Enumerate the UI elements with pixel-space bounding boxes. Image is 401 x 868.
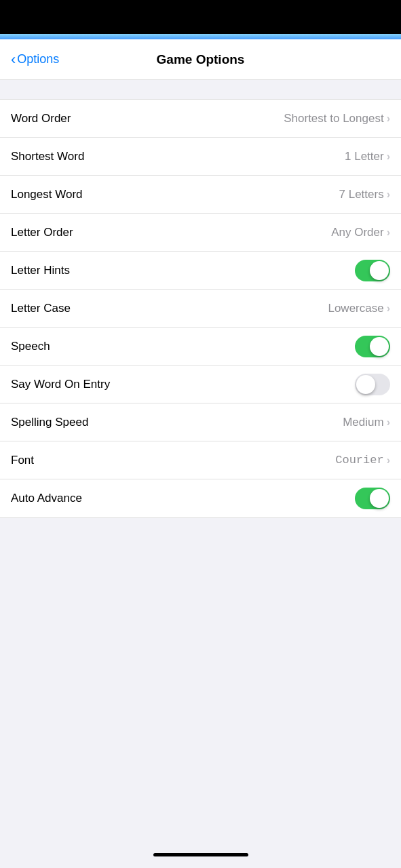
chevron-icon-letter-order: › xyxy=(387,226,390,239)
label-longest-word: Longest Word xyxy=(11,188,83,201)
label-say-word-on-entry: Say Word On Entry xyxy=(11,378,110,391)
value-letter-case: Lowercase xyxy=(328,302,383,315)
right-side-font: Courier› xyxy=(335,454,390,467)
label-auto-advance: Auto Advance xyxy=(11,492,82,505)
settings-row-letter-order[interactable]: Letter OrderAny Order› xyxy=(0,214,401,252)
right-side-shortest-word: 1 Letter› xyxy=(345,150,390,163)
chevron-icon-spelling-speed: › xyxy=(387,416,390,429)
settings-row-say-word-on-entry[interactable]: Say Word On Entry xyxy=(0,366,401,403)
toggle-say-word-on-entry[interactable] xyxy=(355,374,390,395)
toggle-knob-say-word-on-entry xyxy=(356,375,375,394)
label-letter-order: Letter Order xyxy=(11,226,73,239)
settings-row-speech[interactable]: Speech xyxy=(0,328,401,366)
chevron-icon-font: › xyxy=(387,454,390,467)
label-shortest-word: Shortest Word xyxy=(11,150,84,163)
toggle-letter-hints[interactable] xyxy=(355,260,390,281)
settings-row-letter-hints[interactable]: Letter Hints xyxy=(0,252,401,290)
right-side-word-order: Shortest to Longest› xyxy=(284,112,390,125)
settings-row-longest-word[interactable]: Longest Word7 Letters› xyxy=(0,176,401,214)
right-side-letter-case: Lowercase› xyxy=(328,302,390,315)
settings-group: Word OrderShortest to Longest›Shortest W… xyxy=(0,99,401,518)
bottom-area xyxy=(0,518,401,762)
value-font: Courier xyxy=(335,454,383,467)
toggle-knob-letter-hints xyxy=(370,261,389,280)
settings-row-word-order[interactable]: Word OrderShortest to Longest› xyxy=(0,100,401,138)
value-longest-word: 7 Letters xyxy=(339,188,384,201)
right-side-longest-word: 7 Letters› xyxy=(339,188,390,201)
label-word-order: Word Order xyxy=(11,112,71,125)
right-side-letter-hints xyxy=(355,260,390,281)
toggle-knob-speech xyxy=(370,337,389,356)
right-side-speech xyxy=(355,336,390,357)
home-indicator xyxy=(0,841,401,868)
nav-bar: ‹ Options Game Options xyxy=(0,39,401,80)
value-word-order: Shortest to Longest xyxy=(284,112,383,125)
back-button[interactable]: ‹ Options xyxy=(11,52,59,67)
back-chevron-icon: ‹ xyxy=(11,52,16,67)
top-spacer xyxy=(0,80,401,99)
home-bar xyxy=(153,853,248,856)
right-side-auto-advance xyxy=(355,488,390,509)
chevron-icon-letter-case: › xyxy=(387,302,390,315)
value-letter-order: Any Order xyxy=(331,226,383,239)
label-letter-hints: Letter Hints xyxy=(11,264,70,277)
toggle-speech[interactable] xyxy=(355,336,390,357)
label-spelling-speed: Spelling Speed xyxy=(11,416,88,429)
value-spelling-speed: Medium xyxy=(343,416,383,429)
value-shortest-word: 1 Letter xyxy=(345,150,384,163)
settings-row-font[interactable]: FontCourier› xyxy=(0,441,401,479)
chevron-icon-longest-word: › xyxy=(387,189,390,201)
toggle-auto-advance[interactable] xyxy=(355,488,390,509)
label-speech: Speech xyxy=(11,340,50,353)
label-letter-case: Letter Case xyxy=(11,302,71,315)
back-label: Options xyxy=(17,52,59,66)
status-bar xyxy=(0,0,401,34)
chevron-icon-word-order: › xyxy=(387,113,390,125)
toggle-knob-auto-advance xyxy=(370,489,389,508)
right-side-say-word-on-entry xyxy=(355,374,390,395)
settings-row-auto-advance[interactable]: Auto Advance xyxy=(0,479,401,517)
right-side-letter-order: Any Order› xyxy=(331,226,390,239)
settings-row-letter-case[interactable]: Letter CaseLowercase› xyxy=(0,290,401,328)
settings-row-spelling-speed[interactable]: Spelling SpeedMedium› xyxy=(0,403,401,441)
chevron-icon-shortest-word: › xyxy=(387,151,390,163)
right-side-spelling-speed: Medium› xyxy=(343,416,390,429)
page-title: Game Options xyxy=(157,52,245,67)
label-font: Font xyxy=(11,454,34,467)
settings-row-shortest-word[interactable]: Shortest Word1 Letter› xyxy=(0,138,401,176)
top-accent-bar xyxy=(0,34,401,39)
